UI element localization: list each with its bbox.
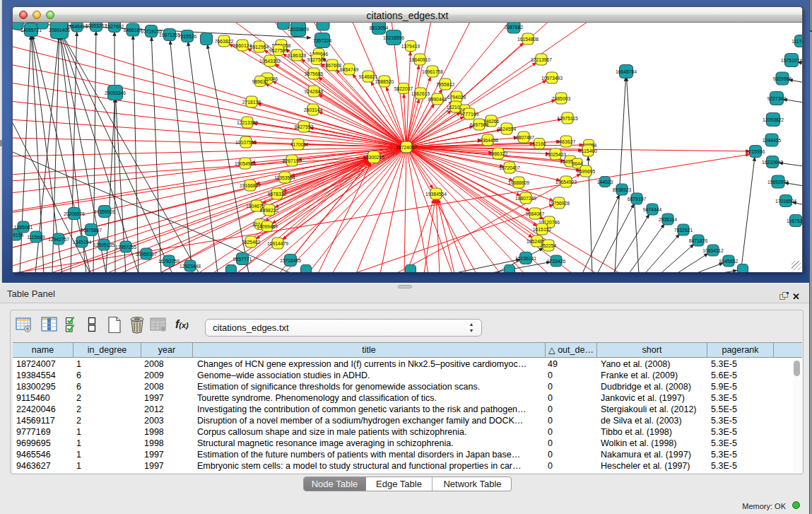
svg-text:1115689: 1115689	[27, 235, 45, 240]
svg-text:10688609: 10688609	[508, 180, 529, 185]
svg-text:9115460: 9115460	[579, 148, 597, 153]
svg-text:11353594: 11353594	[274, 175, 295, 180]
svg-text:16033809: 16033809	[288, 27, 309, 32]
svg-text:8498222: 8498222	[260, 208, 279, 213]
svg-text:144023: 144023	[597, 180, 613, 185]
svg-text:9242848: 9242848	[305, 89, 324, 94]
svg-text:9245652: 9245652	[719, 259, 739, 264]
svg-text:1527602: 1527602	[105, 24, 124, 29]
svg-text:12975115: 12975115	[557, 116, 578, 121]
svg-text:17016504: 17016504	[775, 199, 796, 204]
svg-text:16671355: 16671355	[159, 33, 180, 37]
svg-text:2087682: 2087682	[505, 25, 524, 30]
svg-text:10543392: 10543392	[259, 59, 281, 64]
svg-text:9329966: 9329966	[773, 76, 792, 81]
svg-text:18646410: 18646410	[66, 24, 88, 29]
svg-text:7955812: 7955812	[436, 82, 455, 87]
svg-text:29053346: 29053346	[105, 90, 126, 95]
svg-text:9644: 9644	[572, 161, 582, 166]
svg-text:20364436: 20364436	[477, 138, 498, 143]
svg-text:17957255: 17957255	[115, 245, 136, 250]
svg-text:12213967: 12213967	[531, 57, 552, 62]
svg-text:252254: 252254	[541, 243, 557, 248]
svg-text:9463627: 9463627	[557, 139, 576, 144]
svg-text:10958107: 10958107	[136, 252, 157, 257]
svg-text:417006: 417006	[290, 142, 307, 147]
svg-text:12213389: 12213389	[237, 120, 258, 125]
svg-text:2867608: 2867608	[323, 63, 342, 68]
svg-text:15720407: 15720407	[499, 165, 520, 170]
svg-text:12923448: 12923448	[180, 264, 201, 269]
svg-text:8454749: 8454749	[340, 67, 359, 72]
svg-text:18724007: 18724007	[396, 145, 417, 150]
svg-text:8660124: 8660124	[233, 43, 252, 48]
svg-text:8427552: 8427552	[295, 124, 314, 129]
svg-text:1733426: 1733426	[547, 259, 566, 264]
svg-text:1167533: 1167533	[787, 218, 802, 223]
svg-text:10654112: 10654112	[702, 248, 724, 253]
svg-text:16961758: 16961758	[422, 69, 443, 74]
svg-text:9777169: 9777169	[460, 112, 479, 117]
svg-text:7986322: 7986322	[489, 151, 508, 156]
svg-text:1117534: 1117534	[792, 39, 802, 44]
svg-text:5822037: 5822037	[394, 86, 413, 91]
svg-text:16914479: 16914479	[267, 241, 288, 246]
svg-text:8878332: 8878332	[268, 192, 287, 197]
svg-text:12942757: 12942757	[48, 237, 69, 242]
svg-text:19384554: 19384554	[425, 192, 447, 197]
svg-text:9699695: 9699695	[577, 169, 596, 174]
svg-text:16782759: 16782759	[158, 259, 180, 264]
svg-text:1362615: 1362615	[411, 91, 430, 96]
svg-text:6879197: 6879197	[628, 197, 647, 201]
svg-text:19218596: 19218596	[383, 35, 404, 40]
svg-text:2718176: 2718176	[242, 100, 261, 105]
svg-text:1615152: 1615152	[533, 227, 552, 232]
svg-text:6497568: 6497568	[470, 122, 489, 127]
svg-text:9227342: 9227342	[767, 96, 787, 101]
svg-text:8990448: 8990448	[428, 97, 447, 102]
svg-text:9084067: 9084067	[526, 211, 545, 216]
svg-text:9657771: 9657771	[233, 257, 252, 262]
svg-text:8186328: 8186328	[288, 53, 307, 58]
svg-text:14099489: 14099489	[257, 224, 278, 229]
svg-text:19054985: 19054985	[235, 161, 256, 166]
svg-text:19166827: 19166827	[240, 183, 261, 188]
svg-text:16648784: 16648784	[616, 69, 637, 74]
svg-text:9146821: 9146821	[359, 74, 378, 79]
svg-text:2935114: 2935114	[659, 217, 677, 222]
svg-text:18640910: 18640910	[409, 57, 430, 62]
svg-text:8267190: 8267190	[283, 158, 302, 163]
svg-text:7663822: 7663822	[215, 39, 234, 44]
svg-text:15136141: 15136141	[515, 256, 536, 261]
svg-text:15692971: 15692971	[767, 180, 789, 185]
svg-text:10973493: 10973493	[541, 76, 563, 81]
svg-text:90975867: 90975867	[81, 228, 102, 233]
svg-text:8215956: 8215956	[746, 149, 765, 154]
svg-text:10653267: 10653267	[86, 23, 107, 28]
svg-text:8813054: 8813054	[370, 25, 389, 30]
svg-text:7485003: 7485003	[552, 96, 571, 101]
svg-text:12505135: 12505135	[93, 243, 114, 247]
svg-text:8938923: 8938923	[613, 187, 632, 192]
svg-text:3875685: 3875685	[305, 71, 324, 76]
svg-text:8471876: 8471876	[689, 238, 708, 243]
svg-text:16154808: 16154808	[517, 37, 539, 42]
svg-text:7632621: 7632621	[674, 228, 693, 233]
svg-text:6794028: 6794028	[447, 95, 466, 100]
svg-text:10807487: 10807487	[513, 135, 534, 140]
svg-text:1345194: 1345194	[73, 240, 92, 245]
svg-text:7515526: 7515526	[178, 34, 197, 39]
svg-text:1385061: 1385061	[14, 225, 33, 230]
svg-text:8912954: 8912954	[250, 45, 269, 49]
svg-text:7357224: 7357224	[313, 38, 332, 43]
svg-text:17359926: 17359926	[94, 209, 115, 214]
svg-text:2803144: 2803144	[304, 107, 323, 112]
svg-text:9474444: 9474444	[643, 207, 662, 212]
svg-text:20206576: 20206576	[64, 211, 85, 216]
svg-text:15716485: 15716485	[280, 258, 301, 263]
svg-text:12093822: 12093822	[763, 117, 784, 122]
svg-text:62160: 62160	[533, 141, 546, 146]
svg-text:989632: 989632	[252, 79, 269, 84]
svg-text:18807249: 18807249	[515, 196, 536, 201]
svg-text:3624554: 3624554	[498, 127, 517, 132]
